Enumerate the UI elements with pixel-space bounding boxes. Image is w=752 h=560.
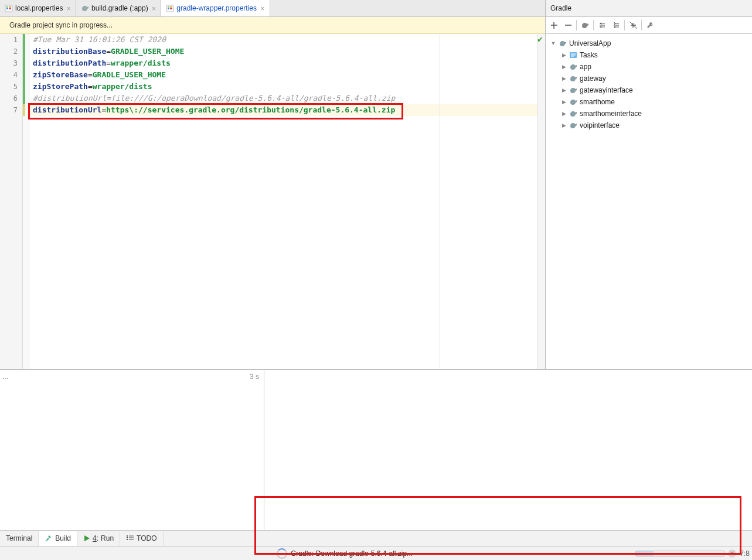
- hammer-icon: [45, 534, 53, 542]
- build-left-panel[interactable]: ... 3 s: [0, 370, 264, 530]
- sync-notification-bar: Gradle project sync in progress...: [0, 17, 545, 34]
- node-label: Tasks: [580, 51, 598, 59]
- ellipsis: ...: [2, 373, 8, 381]
- change-marker: [23, 34, 29, 46]
- progress-bar[interactable]: [635, 551, 724, 556]
- change-marker: [23, 57, 29, 69]
- tree-arrow-icon[interactable]: ▶: [561, 52, 567, 58]
- toolbar-separator: [641, 20, 642, 30]
- close-icon[interactable]: ×: [65, 4, 72, 13]
- toolbar-separator: [576, 20, 577, 30]
- collapse-all-button[interactable]: [609, 18, 623, 32]
- bottom-tool-tabs: TerminalBuild4: RunTODO: [0, 530, 752, 546]
- tree-node[interactable]: ▶gateway: [548, 73, 750, 84]
- elephant-icon[interactable]: [578, 18, 592, 32]
- duration-label: 3 s: [250, 373, 259, 381]
- tree-node[interactable]: ▶smarthomeinterface: [548, 108, 750, 119]
- expand-all-button[interactable]: [595, 18, 609, 32]
- remove-button[interactable]: [561, 18, 575, 32]
- tab-label: Run: [101, 534, 114, 542]
- bottom-tab[interactable]: Terminal: [0, 531, 39, 546]
- toolbar-separator: [593, 20, 594, 30]
- bottom-tab[interactable]: 4: Run: [77, 531, 120, 546]
- bottom-tab[interactable]: Build: [39, 531, 77, 546]
- tree-node[interactable]: ▶Tasks: [548, 49, 750, 61]
- change-marker: [23, 69, 29, 81]
- code-line[interactable]: zipStorePath=wrapper/dists: [29, 81, 537, 93]
- add-button[interactable]: [547, 18, 561, 32]
- tab-label: TODO: [137, 534, 156, 542]
- tree-node[interactable]: ▶app: [548, 61, 750, 73]
- tab-label: local.properties: [15, 4, 63, 12]
- editor-tab[interactable]: gradle-wrapper.properties×: [161, 0, 270, 16]
- line-number-gutter: 1234567: [0, 34, 23, 369]
- editor-tab[interactable]: build.gradle (:app)×: [76, 0, 161, 16]
- node-label: gateway: [580, 74, 606, 83]
- tab-label: Terminal: [6, 534, 32, 542]
- cancel-button[interactable]: ✕: [728, 549, 736, 558]
- node-icon: [569, 86, 577, 94]
- build-output-pane: ... 3 s: [0, 370, 752, 530]
- tree-arrow-icon[interactable]: ▶: [561, 87, 567, 93]
- node-label: UniversalApp: [569, 39, 611, 47]
- bottom-tab[interactable]: TODO: [120, 531, 163, 546]
- node-label: app: [580, 63, 591, 71]
- editor-tab[interactable]: local.properties×: [0, 0, 76, 16]
- tree-arrow-icon[interactable]: ▶: [561, 99, 567, 105]
- wrap-guide: [440, 34, 440, 369]
- tab-mnemonic: 4:: [93, 534, 98, 542]
- status-text: Gradle: Download gradle-5.6.4-all.zip...: [291, 549, 413, 558]
- tab-label: Build: [55, 534, 71, 542]
- tree-arrow-icon[interactable]: ▼: [550, 40, 556, 46]
- toolbar-separator: [624, 20, 625, 30]
- svg-rect-1: [6, 6, 8, 8]
- change-marker: [23, 104, 29, 116]
- svg-rect-7: [170, 6, 172, 8]
- gradle-toolbar: [546, 17, 752, 34]
- close-icon[interactable]: ×: [151, 4, 158, 13]
- tree-arrow-icon[interactable]: ▶: [561, 122, 567, 128]
- code-line[interactable]: distributionBase=GRADLE_USER_HOME: [29, 46, 537, 57]
- caret-location: 7:8: [740, 549, 750, 558]
- change-marker-strip: [23, 34, 29, 369]
- gradle-tool-window: Gradle ▼UniversalApp▶Tasks▶app▶gateway▶g…: [546, 0, 752, 369]
- wrench-icon[interactable]: [643, 18, 657, 32]
- editor-tab-bar: local.properties×build.gradle (:app)×gra…: [0, 0, 545, 17]
- close-icon[interactable]: ×: [259, 4, 266, 13]
- node-label: smarthome: [580, 98, 615, 106]
- file-icon: [166, 4, 174, 12]
- gradle-title-text: Gradle: [550, 4, 571, 12]
- node-icon: [569, 121, 577, 129]
- svg-rect-2: [9, 6, 11, 8]
- tree-arrow-icon[interactable]: ▶: [561, 64, 567, 70]
- play-icon: [83, 535, 90, 542]
- tree-node[interactable]: ▶smarthome: [548, 96, 750, 108]
- tree-node[interactable]: ▶gatewayinterface: [548, 84, 750, 96]
- change-marker: [23, 93, 29, 104]
- gradle-title: Gradle: [546, 0, 752, 17]
- build-right-panel[interactable]: [264, 370, 752, 530]
- offline-mode-button[interactable]: [626, 18, 640, 32]
- code-line[interactable]: #Tue Mar 31 16:01:26 CST 2020: [29, 34, 537, 46]
- editor-pane: local.properties×build.gradle (:app)×gra…: [0, 0, 546, 369]
- code-line[interactable]: zipStoreBase=GRADLE_USER_HOME: [29, 69, 537, 81]
- node-label: gatewayinterface: [580, 86, 633, 94]
- tree-node[interactable]: ▼UniversalApp: [548, 37, 750, 49]
- line-number: 3: [0, 57, 22, 69]
- tree-node[interactable]: ▶voipinterface: [548, 119, 750, 131]
- code-content[interactable]: #Tue Mar 31 16:01:26 CST 2020distributio…: [29, 34, 537, 369]
- svg-rect-3: [6, 8, 8, 9]
- gradle-tree[interactable]: ▼UniversalApp▶Tasks▶app▶gateway▶gatewayi…: [546, 34, 752, 369]
- code-line[interactable]: #distributionUrl=file:///G:/operaDownloa…: [29, 93, 537, 104]
- code-line[interactable]: distributionPath=wrapper/dists: [29, 57, 537, 69]
- inspection-strip[interactable]: ✔: [537, 34, 545, 369]
- node-label: smarthomeinterface: [580, 110, 642, 118]
- code-line[interactable]: distributionUrl=https\://services.gradle…: [29, 104, 537, 116]
- tree-arrow-icon[interactable]: ▶: [561, 76, 567, 81]
- node-icon: [569, 98, 577, 106]
- node-icon: [569, 110, 577, 118]
- progress-spinner-icon: [277, 548, 287, 559]
- code-area[interactable]: 1234567 #Tue Mar 31 16:01:26 CST 2020dis…: [0, 34, 545, 369]
- tab-label: gradle-wrapper.properties: [176, 4, 257, 12]
- tree-arrow-icon[interactable]: ▶: [561, 111, 567, 117]
